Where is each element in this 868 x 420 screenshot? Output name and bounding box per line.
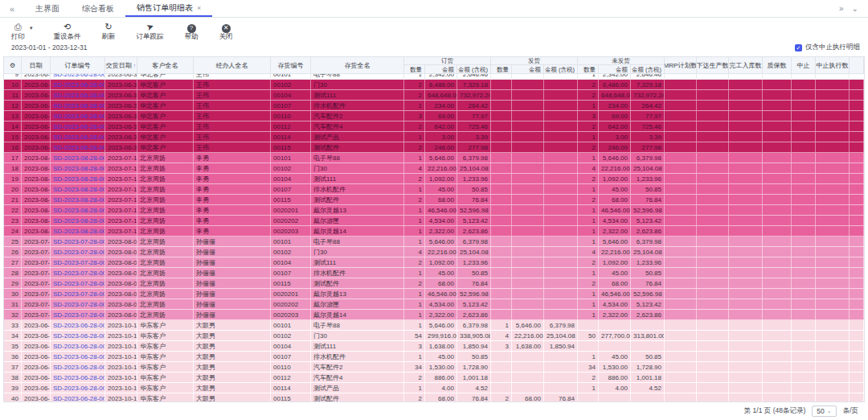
table-row[interactable]: 102023-06-28SD-2023-06-28-000012023-06-3… xyxy=(4,80,864,90)
order-link[interactable]: SD-2023-06-28-00002 xyxy=(51,393,105,402)
col-qa[interactable]: 质保数 xyxy=(763,57,792,73)
table-row[interactable]: 182023-08-28SD-2023-08-28-000062023-07-1… xyxy=(4,163,864,174)
table-row[interactable]: 192023-08-28SD-2023-08-28-000062023-07-1… xyxy=(4,174,864,184)
order-link[interactable]: SD-2023-06-28-00002 xyxy=(51,341,105,351)
table-row[interactable]: 92023-06-28SD-2023-06-28-000012023-06-30… xyxy=(4,74,864,80)
table-row[interactable]: 272023-07-28SD-2023-07-28-000052023-08-0… xyxy=(4,257,864,268)
col-stop-exec[interactable]: 中止执行数 xyxy=(816,57,850,73)
col-item-name[interactable]: 存货全名 xyxy=(311,57,404,73)
tab-sales-order-detail[interactable]: 销售订单明细表 × xyxy=(125,0,212,17)
col-order-no[interactable]: 订单编号 xyxy=(51,57,105,73)
table-row[interactable]: 292023-07-28SD-2023-07-28-000052023-08-0… xyxy=(4,278,864,289)
gear-icon[interactable]: ⚙ xyxy=(4,57,22,73)
chevrons-left-icon[interactable]: « xyxy=(0,0,24,17)
table-row[interactable]: 222023-08-28SD-2023-08-28-000062023-07-1… xyxy=(4,205,864,216)
table-row[interactable]: 352023-06-28SD-2023-06-28-000022023-10-1… xyxy=(4,341,864,352)
col-order-qty[interactable]: 数量 xyxy=(404,65,425,74)
col-ship-amount[interactable]: 金额 xyxy=(512,65,544,74)
close-tab-icon[interactable]: × xyxy=(197,4,201,12)
col-order-amount-tax[interactable]: 金额 (含税) xyxy=(457,65,491,74)
table-row[interactable]: 132023-06-28SD-2023-06-28-000012023-06-3… xyxy=(4,111,864,121)
order-link[interactable]: SD-2023-07-28-00005 xyxy=(51,289,105,299)
table-row[interactable]: 232023-08-28SD-2023-08-28-000062023-07-1… xyxy=(4,216,864,226)
checkbox-checked-icon[interactable]: ✓ xyxy=(795,44,802,51)
suspend-filter[interactable]: ✓ 仅含中止执行明细 xyxy=(795,43,860,52)
order-link[interactable]: SD-2023-08-28-00006 xyxy=(51,226,105,236)
page-size-select[interactable]: 50 ⌄ xyxy=(812,406,836,417)
help-button[interactable]: ? 帮助 xyxy=(185,22,199,42)
order-link[interactable]: SD-2023-08-28-00006 xyxy=(51,163,105,173)
col-mrp[interactable]: MRP计划数 xyxy=(665,57,697,73)
table-row[interactable]: 142023-06-28SD-2023-06-28-000012023-06-3… xyxy=(4,121,864,132)
order-link[interactable]: SD-2023-07-28-00005 xyxy=(51,268,105,278)
order-link[interactable]: SD-2023-06-28-00001 xyxy=(51,132,105,142)
col-prod-released[interactable]: 下达生产数 xyxy=(697,57,729,73)
table-row[interactable]: 162023-06-28SD-2023-06-28-000012023-06-3… xyxy=(4,142,864,153)
order-link[interactable]: SD-2023-08-28-00006 xyxy=(51,184,105,194)
order-link[interactable]: SD-2023-06-28-00001 xyxy=(51,90,105,100)
tab-dashboard[interactable]: 综合看板 xyxy=(71,0,125,17)
order-link[interactable]: SD-2023-06-28-00001 xyxy=(51,121,105,131)
print-dropdown-caret-icon[interactable]: ▾ xyxy=(30,25,33,31)
order-link[interactable]: SD-2023-06-28-00002 xyxy=(51,352,105,361)
refresh-button[interactable]: ↻ 刷新 xyxy=(102,22,116,42)
order-link[interactable]: SD-2023-07-28-00005 xyxy=(51,299,105,309)
order-link[interactable]: SD-2023-06-28-00001 xyxy=(51,80,105,89)
table-row[interactable]: 322023-07-28SD-2023-07-28-000052023-08-0… xyxy=(4,310,864,320)
col-stop[interactable]: 中止 xyxy=(792,57,816,73)
col-finished-in[interactable]: 完工入库数 xyxy=(729,57,763,73)
order-link[interactable]: SD-2023-07-28-00005 xyxy=(51,247,105,257)
order-link[interactable]: SD-2023-06-28-00001 xyxy=(51,74,105,79)
table-row[interactable]: 392023-06-28SD-2023-06-28-000022023-10-1… xyxy=(4,383,864,393)
chevron-down-icon[interactable]: ⌄ xyxy=(852,4,858,13)
tab-main[interactable]: 主界面 xyxy=(24,0,71,17)
order-link[interactable]: SD-2023-06-28-00001 xyxy=(51,111,105,121)
order-link[interactable]: SD-2023-06-28-00002 xyxy=(51,383,105,393)
table-row[interactable]: 282023-07-28SD-2023-07-28-000052023-08-0… xyxy=(4,268,864,278)
order-link[interactable]: SD-2023-06-28-00002 xyxy=(51,320,105,330)
table-row[interactable]: 362023-06-28SD-2023-06-28-000022023-10-1… xyxy=(4,352,864,362)
print-button[interactable]: ⎙ 打印 xyxy=(11,22,25,42)
order-link[interactable]: SD-2023-08-28-00006 xyxy=(51,153,105,163)
col-unship-amount-tax[interactable]: 金额 (含税) xyxy=(631,65,665,74)
close-button[interactable]: ✕ 关闭 xyxy=(219,22,233,42)
sort-asc-icon[interactable]: ↑ xyxy=(133,63,137,68)
col-customer[interactable]: 客户全名 xyxy=(137,57,194,73)
table-row[interactable]: 152023-06-28SD-2023-06-28-000012023-06-3… xyxy=(4,132,864,142)
col-ship-amount-tax[interactable]: 金额 (含税) xyxy=(544,65,578,74)
order-link[interactable]: SD-2023-08-28-00006 xyxy=(51,195,105,204)
table-row[interactable]: 242023-08-28SD-2023-08-28-000062023-07-1… xyxy=(4,226,864,237)
order-link[interactable]: SD-2023-07-28-00005 xyxy=(51,257,105,267)
table-row[interactable]: 252023-07-28SD-2023-07-28-000052023-08-0… xyxy=(4,237,864,247)
table-row[interactable]: 212023-08-28SD-2023-08-28-000062023-07-1… xyxy=(4,195,864,205)
col-item-code[interactable]: 存货编号 xyxy=(271,57,311,73)
col-unship-amount[interactable]: 金额 xyxy=(599,65,631,74)
reset-conditions-button[interactable]: ⟲ 重设条件 xyxy=(54,22,81,42)
table-row[interactable]: 172023-08-28SD-2023-08-28-000062023-07-1… xyxy=(4,153,864,163)
col-order-amount[interactable]: 金额 xyxy=(425,65,457,74)
table-row[interactable]: 382023-06-28SD-2023-06-28-000022023-10-1… xyxy=(4,373,864,383)
table-row[interactable]: 202023-08-28SD-2023-08-28-000062023-07-1… xyxy=(4,184,864,195)
order-link[interactable]: SD-2023-08-28-00006 xyxy=(51,174,105,183)
order-link[interactable]: SD-2023-06-28-00002 xyxy=(51,362,105,372)
chevrons-right-icon[interactable]: » xyxy=(839,4,844,13)
table-row[interactable]: 372023-06-28SD-2023-06-28-000022023-10-1… xyxy=(4,362,864,373)
col-date[interactable]: 日期 xyxy=(22,57,51,73)
table-row[interactable]: 342023-06-28SD-2023-06-28-000022023-10-1… xyxy=(4,331,864,341)
order-tracking-button[interactable]: ➤ 订单跟踪 xyxy=(137,22,164,42)
order-link[interactable]: SD-2023-08-28-00006 xyxy=(51,216,105,225)
table-row[interactable]: 122023-06-28SD-2023-06-28-000012023-06-3… xyxy=(4,101,864,111)
order-link[interactable]: SD-2023-07-28-00005 xyxy=(51,310,105,319)
order-link[interactable]: SD-2023-08-28-00006 xyxy=(51,205,105,215)
table-row[interactable]: 302023-07-28SD-2023-07-28-000052023-08-0… xyxy=(4,289,864,299)
table-row[interactable]: 262023-07-28SD-2023-07-28-000052023-08-0… xyxy=(4,247,864,257)
group-unship-label[interactable]: 未发货 xyxy=(578,57,665,65)
table-row[interactable]: 112023-06-28SD-2023-06-28-000012023-06-3… xyxy=(4,90,864,101)
table-row[interactable]: 402023-06-28SD-2023-06-28-000022023-10-1… xyxy=(4,393,864,402)
order-link[interactable]: SD-2023-06-28-00002 xyxy=(51,331,105,340)
col-unship-qty[interactable]: 数量 xyxy=(578,65,599,74)
date-range[interactable]: 2023-01-01 - 2023-12-31 xyxy=(11,43,88,51)
order-link[interactable]: SD-2023-07-28-00005 xyxy=(51,237,105,246)
order-link[interactable]: SD-2023-06-28-00001 xyxy=(51,142,105,152)
group-order-label[interactable]: 订货 xyxy=(404,57,491,65)
